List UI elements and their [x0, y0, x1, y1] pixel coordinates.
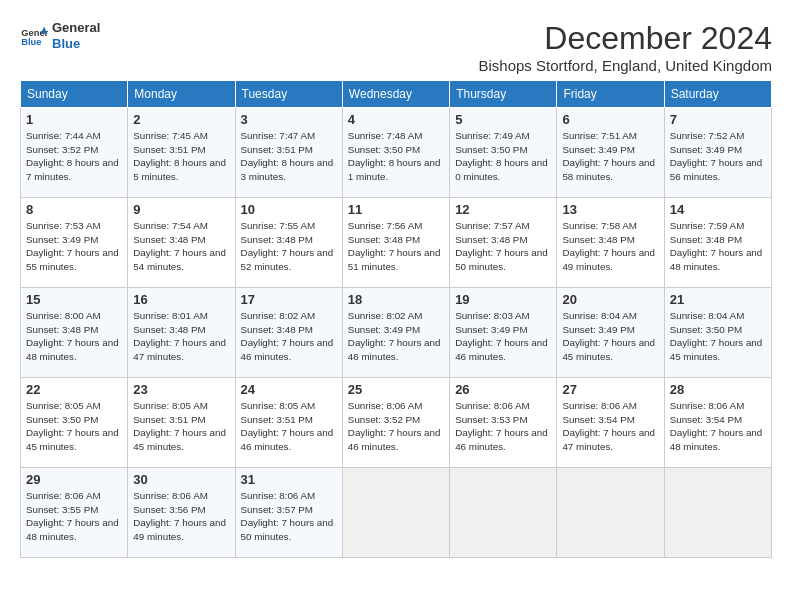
calendar-cell: 20 Sunrise: 8:04 AM Sunset: 3:49 PM Dayl…: [557, 288, 664, 378]
day-number: 10: [241, 202, 337, 217]
calendar-cell: 7 Sunrise: 7:52 AM Sunset: 3:49 PM Dayli…: [664, 108, 771, 198]
day-number: 8: [26, 202, 122, 217]
day-number: 7: [670, 112, 766, 127]
day-info: Sunrise: 8:04 AM Sunset: 3:50 PM Dayligh…: [670, 309, 766, 364]
calendar-cell: 24 Sunrise: 8:05 AM Sunset: 3:51 PM Dayl…: [235, 378, 342, 468]
svg-text:Blue: Blue: [21, 37, 41, 47]
calendar-cell: 2 Sunrise: 7:45 AM Sunset: 3:51 PM Dayli…: [128, 108, 235, 198]
logo-text: General Blue: [52, 20, 100, 51]
day-info: Sunrise: 7:52 AM Sunset: 3:49 PM Dayligh…: [670, 129, 766, 184]
calendar-cell: 23 Sunrise: 8:05 AM Sunset: 3:51 PM Dayl…: [128, 378, 235, 468]
day-info: Sunrise: 8:05 AM Sunset: 3:50 PM Dayligh…: [26, 399, 122, 454]
calendar-cell: 6 Sunrise: 7:51 AM Sunset: 3:49 PM Dayli…: [557, 108, 664, 198]
day-number: 6: [562, 112, 658, 127]
day-number: 22: [26, 382, 122, 397]
calendar-cell: 1 Sunrise: 7:44 AM Sunset: 3:52 PM Dayli…: [21, 108, 128, 198]
calendar-cell: 28 Sunrise: 8:06 AM Sunset: 3:54 PM Dayl…: [664, 378, 771, 468]
calendar-cell: 21 Sunrise: 8:04 AM Sunset: 3:50 PM Dayl…: [664, 288, 771, 378]
calendar-cell: 9 Sunrise: 7:54 AM Sunset: 3:48 PM Dayli…: [128, 198, 235, 288]
day-number: 19: [455, 292, 551, 307]
weekday-header-tuesday: Tuesday: [235, 81, 342, 108]
day-number: 9: [133, 202, 229, 217]
day-number: 18: [348, 292, 444, 307]
calendar-cell: 13 Sunrise: 7:58 AM Sunset: 3:48 PM Dayl…: [557, 198, 664, 288]
day-info: Sunrise: 7:56 AM Sunset: 3:48 PM Dayligh…: [348, 219, 444, 274]
weekday-header-wednesday: Wednesday: [342, 81, 449, 108]
day-number: 29: [26, 472, 122, 487]
calendar-cell: 14 Sunrise: 7:59 AM Sunset: 3:48 PM Dayl…: [664, 198, 771, 288]
calendar-week-5: 29 Sunrise: 8:06 AM Sunset: 3:55 PM Dayl…: [21, 468, 772, 558]
calendar-cell: [664, 468, 771, 558]
weekday-header-friday: Friday: [557, 81, 664, 108]
calendar-cell: 25 Sunrise: 8:06 AM Sunset: 3:52 PM Dayl…: [342, 378, 449, 468]
day-info: Sunrise: 7:54 AM Sunset: 3:48 PM Dayligh…: [133, 219, 229, 274]
day-info: Sunrise: 7:57 AM Sunset: 3:48 PM Dayligh…: [455, 219, 551, 274]
calendar-cell: 11 Sunrise: 7:56 AM Sunset: 3:48 PM Dayl…: [342, 198, 449, 288]
calendar-table: SundayMondayTuesdayWednesdayThursdayFrid…: [20, 80, 772, 558]
day-number: 25: [348, 382, 444, 397]
day-info: Sunrise: 8:05 AM Sunset: 3:51 PM Dayligh…: [133, 399, 229, 454]
day-number: 28: [670, 382, 766, 397]
day-number: 24: [241, 382, 337, 397]
calendar-week-3: 15 Sunrise: 8:00 AM Sunset: 3:48 PM Dayl…: [21, 288, 772, 378]
calendar-cell: 15 Sunrise: 8:00 AM Sunset: 3:48 PM Dayl…: [21, 288, 128, 378]
day-info: Sunrise: 8:06 AM Sunset: 3:52 PM Dayligh…: [348, 399, 444, 454]
day-number: 17: [241, 292, 337, 307]
day-number: 3: [241, 112, 337, 127]
day-info: Sunrise: 8:06 AM Sunset: 3:53 PM Dayligh…: [455, 399, 551, 454]
weekday-header-row: SundayMondayTuesdayWednesdayThursdayFrid…: [21, 81, 772, 108]
calendar-cell: 27 Sunrise: 8:06 AM Sunset: 3:54 PM Dayl…: [557, 378, 664, 468]
day-info: Sunrise: 7:55 AM Sunset: 3:48 PM Dayligh…: [241, 219, 337, 274]
day-info: Sunrise: 8:02 AM Sunset: 3:48 PM Dayligh…: [241, 309, 337, 364]
day-info: Sunrise: 7:53 AM Sunset: 3:49 PM Dayligh…: [26, 219, 122, 274]
calendar-cell: [450, 468, 557, 558]
day-info: Sunrise: 8:06 AM Sunset: 3:57 PM Dayligh…: [241, 489, 337, 544]
day-number: 4: [348, 112, 444, 127]
calendar-cell: [342, 468, 449, 558]
day-number: 11: [348, 202, 444, 217]
calendar-cell: 30 Sunrise: 8:06 AM Sunset: 3:56 PM Dayl…: [128, 468, 235, 558]
day-info: Sunrise: 8:06 AM Sunset: 3:54 PM Dayligh…: [562, 399, 658, 454]
calendar-cell: 4 Sunrise: 7:48 AM Sunset: 3:50 PM Dayli…: [342, 108, 449, 198]
day-number: 5: [455, 112, 551, 127]
day-number: 12: [455, 202, 551, 217]
day-info: Sunrise: 8:04 AM Sunset: 3:49 PM Dayligh…: [562, 309, 658, 364]
month-title: December 2024: [478, 20, 772, 57]
day-info: Sunrise: 8:06 AM Sunset: 3:54 PM Dayligh…: [670, 399, 766, 454]
weekday-header-sunday: Sunday: [21, 81, 128, 108]
calendar-week-2: 8 Sunrise: 7:53 AM Sunset: 3:49 PM Dayli…: [21, 198, 772, 288]
day-number: 15: [26, 292, 122, 307]
weekday-header-saturday: Saturday: [664, 81, 771, 108]
day-info: Sunrise: 7:44 AM Sunset: 3:52 PM Dayligh…: [26, 129, 122, 184]
calendar-cell: 31 Sunrise: 8:06 AM Sunset: 3:57 PM Dayl…: [235, 468, 342, 558]
header: General Blue General Blue December 2024 …: [20, 20, 772, 74]
calendar-cell: 29 Sunrise: 8:06 AM Sunset: 3:55 PM Dayl…: [21, 468, 128, 558]
day-info: Sunrise: 8:06 AM Sunset: 3:55 PM Dayligh…: [26, 489, 122, 544]
day-number: 16: [133, 292, 229, 307]
logo-icon: General Blue: [20, 25, 48, 47]
calendar-cell: 22 Sunrise: 8:05 AM Sunset: 3:50 PM Dayl…: [21, 378, 128, 468]
calendar-cell: 19 Sunrise: 8:03 AM Sunset: 3:49 PM Dayl…: [450, 288, 557, 378]
day-number: 27: [562, 382, 658, 397]
calendar-cell: 16 Sunrise: 8:01 AM Sunset: 3:48 PM Dayl…: [128, 288, 235, 378]
location-subtitle: Bishops Stortford, England, United Kingd…: [478, 57, 772, 74]
day-number: 23: [133, 382, 229, 397]
calendar-cell: 12 Sunrise: 7:57 AM Sunset: 3:48 PM Dayl…: [450, 198, 557, 288]
day-info: Sunrise: 7:47 AM Sunset: 3:51 PM Dayligh…: [241, 129, 337, 184]
day-info: Sunrise: 8:03 AM Sunset: 3:49 PM Dayligh…: [455, 309, 551, 364]
day-info: Sunrise: 7:51 AM Sunset: 3:49 PM Dayligh…: [562, 129, 658, 184]
day-number: 14: [670, 202, 766, 217]
day-info: Sunrise: 8:05 AM Sunset: 3:51 PM Dayligh…: [241, 399, 337, 454]
day-info: Sunrise: 8:06 AM Sunset: 3:56 PM Dayligh…: [133, 489, 229, 544]
weekday-header-monday: Monday: [128, 81, 235, 108]
calendar-cell: 26 Sunrise: 8:06 AM Sunset: 3:53 PM Dayl…: [450, 378, 557, 468]
day-number: 2: [133, 112, 229, 127]
day-info: Sunrise: 7:48 AM Sunset: 3:50 PM Dayligh…: [348, 129, 444, 184]
calendar-cell: 5 Sunrise: 7:49 AM Sunset: 3:50 PM Dayli…: [450, 108, 557, 198]
calendar-cell: [557, 468, 664, 558]
weekday-header-thursday: Thursday: [450, 81, 557, 108]
day-info: Sunrise: 7:59 AM Sunset: 3:48 PM Dayligh…: [670, 219, 766, 274]
day-number: 21: [670, 292, 766, 307]
calendar-cell: 17 Sunrise: 8:02 AM Sunset: 3:48 PM Dayl…: [235, 288, 342, 378]
title-area: December 2024 Bishops Stortford, England…: [478, 20, 772, 74]
